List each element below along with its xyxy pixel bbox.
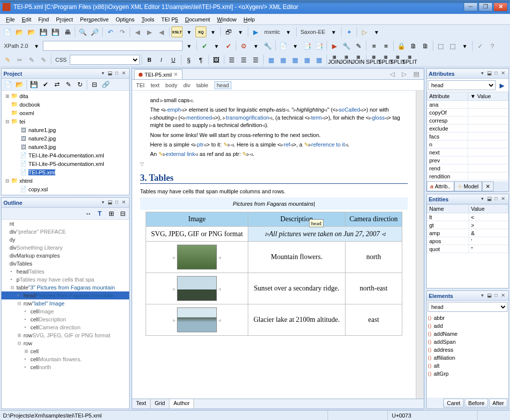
- engine2-dropdown-icon[interactable]: ▾: [328, 26, 339, 37]
- mode-author[interactable]: Author: [170, 399, 194, 409]
- entity-row[interactable]: amp&: [427, 229, 509, 237]
- close-button[interactable]: ✕: [494, 2, 508, 11]
- attr-menu-icon[interactable]: ▾: [479, 70, 486, 77]
- tree-node[interactable]: ⊟📁tei: [2, 117, 128, 126]
- last-mod-icon[interactable]: ◀: [156, 26, 167, 37]
- validate-dd-icon[interactable]: ▾: [211, 40, 222, 51]
- attr-element-select[interactable]: head: [428, 80, 496, 90]
- xslt-icon[interactable]: XSLT: [171, 26, 182, 37]
- tab-attrib[interactable]: aAttrib..: [427, 181, 454, 191]
- attr-close-icon[interactable]: ✕: [500, 70, 507, 77]
- attr-max-icon[interactable]: □: [493, 70, 500, 77]
- outline-item[interactable]: ⊞ cell: [1, 347, 129, 355]
- xq-icon[interactable]: XQ: [195, 26, 206, 37]
- tab-close-icon[interactable]: ✕: [173, 71, 178, 78]
- back-icon[interactable]: ◀: [132, 26, 143, 37]
- run-scenario-icon[interactable]: ▶: [329, 40, 340, 51]
- bc-head[interactable]: head: [214, 81, 231, 89]
- bold-button[interactable]: B: [144, 54, 155, 65]
- open-doc-icon[interactable]: 📑: [302, 40, 313, 51]
- run-icon[interactable]: ▶: [250, 26, 261, 37]
- debug-dropdown-icon[interactable]: ▾: [371, 26, 382, 37]
- scroll-bar[interactable]: [416, 91, 424, 399]
- section-icon[interactable]: §: [183, 54, 194, 65]
- tree-node[interactable]: 📄TEI-Lite-P5-documentation.xml: [2, 159, 128, 168]
- spell-icon[interactable]: ✓: [475, 40, 486, 51]
- lock-icon[interactable]: 🔒: [396, 40, 407, 51]
- entity-row[interactable]: lt<: [427, 213, 509, 221]
- menu-project[interactable]: Project: [53, 15, 76, 23]
- svn-icon[interactable]: ✦: [343, 26, 354, 37]
- editor-tab[interactable]: TEI-P5.xml ✕: [134, 69, 182, 79]
- transform-icon[interactable]: ⚙: [238, 40, 249, 51]
- attr-row[interactable]: corresp: [427, 117, 509, 125]
- table-row-icon[interactable]: ▦: [278, 54, 289, 65]
- help-icon[interactable]: ?: [487, 40, 498, 51]
- tab-model[interactable]: ⊹Model: [454, 181, 482, 191]
- list-ol-icon[interactable]: ☰: [238, 54, 249, 65]
- menu-edit[interactable]: Edit: [19, 15, 34, 23]
- save-icon[interactable]: 💾: [38, 26, 49, 37]
- element-item[interactable]: ⟨⟩abbr: [428, 314, 508, 322]
- tab-next-icon[interactable]: ▷: [399, 68, 410, 79]
- table-del-col-icon[interactable]: ▦: [314, 54, 325, 65]
- outline-item[interactable]: ⊟ row "label" Image: [1, 299, 129, 307]
- element-item[interactable]: ⟨⟩addSpan: [428, 338, 508, 346]
- search-icon[interactable]: 🔍: [77, 26, 88, 37]
- menu-window[interactable]: Window: [214, 15, 239, 23]
- outline-cfg2-icon[interactable]: ⊟: [117, 208, 128, 219]
- after-button[interactable]: After: [489, 399, 508, 408]
- gen-doc-icon[interactable]: 🗎: [420, 40, 431, 51]
- join-icon[interactable]: ▦JOIN: [329, 54, 340, 65]
- bc-text[interactable]: text: [151, 82, 160, 88]
- edit-icon[interactable]: ✎: [26, 54, 37, 65]
- split4-icon[interactable]: ▦SPLIT: [404, 54, 415, 65]
- proj-collapse-icon[interactable]: ⊟: [89, 79, 100, 90]
- maximize-button[interactable]: ❐: [479, 2, 493, 11]
- menu-perspective[interactable]: Perspective: [77, 15, 111, 23]
- pilcrow-icon[interactable]: ¶: [195, 54, 206, 65]
- attr-go-icon[interactable]: ▶: [497, 80, 508, 91]
- outline-item[interactable]: div Tables: [1, 260, 129, 268]
- xpath-dropdown-icon[interactable]: ▾: [31, 40, 42, 51]
- menu-options[interactable]: Options: [113, 15, 138, 23]
- table-icon[interactable]: ▦: [266, 54, 277, 65]
- attr-row[interactable]: rendition: [427, 172, 509, 180]
- attr-row[interactable]: ana: [427, 101, 509, 109]
- bc-div[interactable]: div: [183, 82, 190, 88]
- format-icon[interactable]: ≡: [368, 40, 379, 51]
- attributes-table[interactable]: Attribute▼ Value anacopyOfcorrespexclude…: [427, 92, 509, 180]
- proj-refresh-icon[interactable]: ↻: [74, 79, 85, 90]
- el-menu-icon[interactable]: ▾: [479, 292, 486, 299]
- find-replace-icon[interactable]: 🔎: [89, 26, 100, 37]
- tree-node[interactable]: 📄copy.xsl: [2, 185, 128, 193]
- redo-icon[interactable]: ↷: [117, 26, 128, 37]
- outline-filter-icon[interactable]: T: [94, 208, 105, 219]
- edit2-icon[interactable]: ✎: [38, 54, 49, 65]
- diff-dd-icon[interactable]: ▾: [459, 40, 470, 51]
- entity-row[interactable]: apos': [427, 237, 509, 245]
- tree-node[interactable]: 📁ooxml: [2, 109, 128, 117]
- proj-link-icon[interactable]: 🔗: [100, 79, 111, 90]
- debug-scenario-icon[interactable]: 🔧: [341, 40, 352, 51]
- element-item[interactable]: ⟨⟩addName: [428, 330, 508, 338]
- transform-cfg-icon[interactable]: 🔧: [262, 40, 273, 51]
- undo-icon[interactable]: ↶: [105, 26, 116, 37]
- menu-tools[interactable]: Tools: [139, 15, 158, 23]
- el-max-icon[interactable]: □: [493, 292, 500, 299]
- image-icon[interactable]: 🖼: [211, 54, 222, 65]
- element-item[interactable]: ⟨⟩add: [428, 322, 508, 330]
- menu-document[interactable]: Document: [182, 15, 213, 23]
- attr-row[interactable]: rend: [427, 164, 509, 172]
- attr-row[interactable]: copyOf: [427, 109, 509, 117]
- tree-node[interactable]: ⊟📁xhtml: [2, 176, 128, 185]
- proj-validate-icon[interactable]: ✔: [40, 79, 51, 90]
- outline-item[interactable]: dy: [1, 236, 129, 244]
- outline-menu-icon[interactable]: ▾: [99, 199, 106, 206]
- xpath-history-icon[interactable]: ▾: [183, 40, 194, 51]
- minimize-button[interactable]: ─: [464, 2, 478, 11]
- split-icon[interactable]: ▦SPLIT: [368, 54, 379, 65]
- menu-help[interactable]: Help: [240, 15, 258, 23]
- join2-icon[interactable]: ▦JOIN: [341, 54, 352, 65]
- italic-button[interactable]: I: [156, 54, 167, 65]
